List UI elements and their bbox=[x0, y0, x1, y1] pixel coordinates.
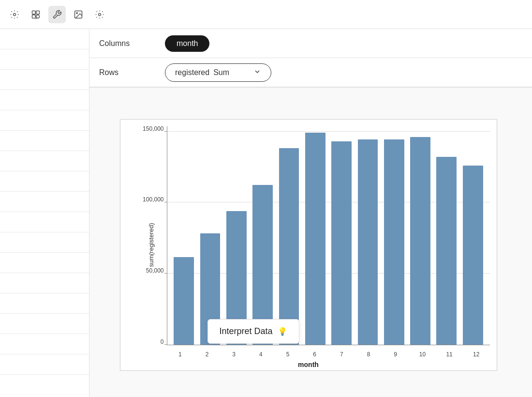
columns-value[interactable]: month bbox=[165, 35, 209, 52]
x-label-2: 2 bbox=[193, 351, 221, 358]
sidebar bbox=[0, 29, 89, 397]
sidebar-row-2 bbox=[0, 49, 89, 70]
x-label-8: 8 bbox=[355, 351, 382, 358]
sidebar-row-4 bbox=[0, 90, 89, 110]
bar-wrapper-1 bbox=[172, 126, 196, 345]
sidebar-row-17 bbox=[0, 354, 89, 375]
x-label-4: 4 bbox=[248, 351, 275, 358]
bar-wrapper-10 bbox=[408, 126, 432, 345]
sidebar-row-6 bbox=[0, 131, 89, 151]
sidebar-row-3 bbox=[0, 70, 89, 90]
tick-150k bbox=[164, 131, 167, 132]
bar-9 bbox=[384, 139, 404, 345]
bar-wrapper-9 bbox=[382, 126, 406, 345]
y-label-100k: 100,000 bbox=[143, 196, 163, 203]
chart-area: sum(registered) 0 50,000 100,000 150,000 bbox=[89, 88, 532, 397]
sidebar-row-7 bbox=[0, 151, 89, 171]
content-area: Columns month Rows registered Sum sum(re… bbox=[89, 29, 532, 397]
y-axis-title: sum(registered) bbox=[148, 223, 155, 267]
bar-wrapper-8 bbox=[356, 126, 380, 345]
columns-row: Columns month bbox=[89, 29, 532, 58]
rows-agg: Sum bbox=[213, 68, 229, 77]
bar-wrapper-4 bbox=[251, 126, 274, 345]
x-label-1: 1 bbox=[167, 351, 194, 358]
bar-wrapper-6 bbox=[303, 126, 327, 345]
bar-12 bbox=[463, 166, 483, 345]
toolbar bbox=[0, 0, 532, 29]
x-label-5: 5 bbox=[274, 351, 301, 358]
wrench-button[interactable] bbox=[48, 6, 66, 23]
sidebar-row-11 bbox=[0, 232, 89, 253]
fields-panel: Columns month Rows registered Sum bbox=[89, 29, 532, 88]
x-label-7: 7 bbox=[328, 351, 355, 358]
sidebar-row-14 bbox=[0, 293, 89, 314]
bar-8 bbox=[358, 139, 378, 345]
x-label-10: 10 bbox=[409, 351, 436, 358]
tick-0 bbox=[164, 344, 167, 345]
bars-container bbox=[172, 126, 485, 345]
y-label-0: 0 bbox=[161, 338, 164, 345]
sidebar-row-16 bbox=[0, 334, 89, 354]
bar-wrapper-2 bbox=[198, 126, 222, 345]
sidebar-row-12 bbox=[0, 253, 89, 273]
sidebar-row-10 bbox=[0, 212, 89, 232]
sidebar-row-1 bbox=[0, 29, 89, 49]
chevron-down-icon bbox=[253, 68, 261, 77]
svg-point-7 bbox=[76, 12, 78, 13]
y-label-50k: 50,000 bbox=[146, 267, 164, 274]
interpret-data-tooltip[interactable]: Interpret Data 💡 bbox=[207, 319, 299, 344]
bar-1 bbox=[174, 257, 194, 344]
plot-area bbox=[167, 126, 490, 345]
bar-6 bbox=[305, 133, 325, 344]
y-label-150k: 150,000 bbox=[143, 125, 163, 132]
tick-100k bbox=[164, 202, 167, 202]
svg-rect-2 bbox=[36, 11, 40, 14]
bar-wrapper-7 bbox=[329, 126, 353, 345]
bar-11 bbox=[436, 157, 457, 345]
x-axis-title: month bbox=[120, 361, 497, 368]
tick-50k bbox=[164, 273, 167, 274]
rows-label: Rows bbox=[99, 68, 157, 77]
main-layout: Columns month Rows registered Sum sum(re… bbox=[0, 29, 532, 397]
bar-10 bbox=[410, 137, 430, 344]
image-settings-button[interactable] bbox=[91, 6, 108, 23]
svg-point-0 bbox=[14, 13, 16, 15]
rows-field: registered bbox=[175, 68, 209, 77]
sidebar-row-5 bbox=[0, 110, 89, 131]
svg-rect-3 bbox=[32, 15, 36, 18]
bar-5 bbox=[279, 148, 299, 345]
x-axis-labels: 1 2 3 4 5 6 7 8 9 10 11 12 bbox=[167, 351, 490, 358]
sidebar-row-15 bbox=[0, 314, 89, 334]
image-button[interactable] bbox=[70, 6, 87, 23]
columns-label: Columns bbox=[99, 39, 157, 48]
bar-wrapper-12 bbox=[461, 126, 485, 345]
x-label-3: 3 bbox=[221, 351, 248, 358]
select-button[interactable] bbox=[27, 6, 44, 23]
bar-wrapper-5 bbox=[277, 126, 301, 345]
sidebar-row-9 bbox=[0, 192, 89, 212]
chart-container: sum(registered) 0 50,000 100,000 150,000 bbox=[120, 119, 497, 371]
rows-pill[interactable]: registered Sum bbox=[165, 63, 271, 82]
interpret-data-label: Interpret Data bbox=[220, 326, 273, 336]
x-label-12: 12 bbox=[463, 351, 490, 358]
x-label-11: 11 bbox=[436, 351, 463, 358]
x-label-6: 6 bbox=[301, 351, 328, 358]
svg-line-5 bbox=[36, 17, 37, 19]
settings-button[interactable] bbox=[6, 6, 23, 23]
sidebar-row-13 bbox=[0, 273, 89, 293]
svg-rect-1 bbox=[32, 11, 36, 14]
bar-wrapper-3 bbox=[224, 126, 248, 345]
x-label-9: 9 bbox=[382, 351, 409, 358]
lightbulb-icon: 💡 bbox=[278, 327, 287, 336]
rows-row: Rows registered Sum bbox=[89, 58, 532, 87]
svg-point-8 bbox=[99, 13, 101, 15]
bar-7 bbox=[331, 141, 352, 344]
bar-wrapper-11 bbox=[435, 126, 458, 345]
sidebar-row-8 bbox=[0, 171, 89, 192]
